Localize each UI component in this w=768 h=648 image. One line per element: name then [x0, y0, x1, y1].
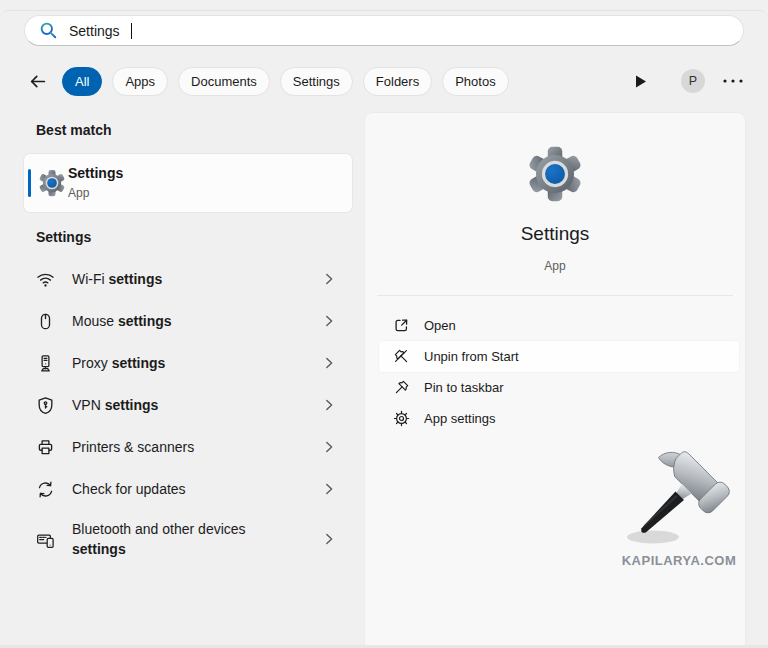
play-button[interactable]: [634, 74, 647, 89]
wifi-icon: [36, 270, 55, 289]
action-unpin-from-start[interactable]: Unpin from Start: [379, 341, 739, 372]
result-label: Check for updates: [72, 481, 186, 497]
best-match-title: Settings: [68, 165, 123, 181]
hammer-watermark-icon: [621, 449, 737, 553]
action-open[interactable]: Open: [379, 310, 739, 341]
chevron-right-icon: [322, 438, 336, 456]
result-label: Mouse: [72, 313, 118, 329]
filter-tab-apps[interactable]: Apps: [112, 67, 168, 96]
result-label: VPN: [72, 397, 105, 413]
preview-app-title: Settings: [365, 223, 745, 245]
settings-result-list: Wi-Fi settings Mouse settings: [24, 258, 352, 568]
preview-app-subtitle: App: [365, 259, 745, 273]
chevron-right-icon: [322, 312, 336, 330]
best-match-heading: Best match: [36, 122, 111, 138]
result-bluetooth-devices-settings[interactable]: Bluetooth and other devices settings: [24, 510, 352, 568]
action-app-settings[interactable]: App settings: [379, 403, 739, 434]
action-label: Open: [424, 318, 456, 333]
printer-icon: [36, 438, 55, 457]
vpn-shield-icon: [36, 396, 55, 415]
result-label-bold: settings: [109, 271, 163, 287]
result-label: Bluetooth and other devices: [72, 521, 246, 537]
avatar[interactable]: P: [681, 69, 705, 93]
result-label: Wi-Fi: [72, 271, 109, 287]
result-label-bold: settings: [118, 313, 172, 329]
action-label: App settings: [424, 411, 496, 426]
result-label-bold: settings: [112, 355, 166, 371]
chevron-right-icon: [322, 270, 336, 288]
result-check-for-updates[interactable]: Check for updates: [24, 468, 352, 510]
filter-tab-all[interactable]: All: [62, 67, 102, 96]
play-icon: [634, 74, 647, 89]
selection-accent-bar: [28, 169, 31, 197]
ellipsis-icon: [722, 78, 744, 84]
result-wifi-settings[interactable]: Wi-Fi settings: [24, 258, 352, 300]
result-mouse-settings[interactable]: Mouse settings: [24, 300, 352, 342]
chevron-right-icon: [322, 396, 336, 414]
update-sync-icon: [36, 480, 55, 499]
chevron-right-icon: [322, 480, 336, 498]
result-proxy-settings[interactable]: Proxy settings: [24, 342, 352, 384]
best-match-subtitle: App: [68, 186, 89, 200]
filter-bar: All Apps Documents Settings Folders Phot…: [24, 66, 744, 96]
settings-app-icon: [38, 169, 66, 197]
preview-panel: Settings App Open Unpin from Start: [365, 113, 745, 648]
filter-tab-photos[interactable]: Photos: [442, 67, 508, 96]
best-match-result[interactable]: Settings App: [24, 154, 352, 212]
more-options-button[interactable]: [722, 78, 744, 84]
result-label-bold: settings: [72, 541, 126, 557]
watermark-text: KAPILARYA.COM: [613, 553, 745, 568]
text-caret: [131, 23, 132, 39]
search-query-text: Settings: [69, 23, 120, 39]
unpin-icon: [393, 348, 410, 365]
result-label: Proxy: [72, 355, 112, 371]
pin-icon: [393, 379, 410, 396]
filter-tab-folders[interactable]: Folders: [363, 67, 432, 96]
search-window: Settings All Apps Documents Settings Fol…: [0, 0, 768, 648]
action-label: Pin to taskbar: [424, 380, 504, 395]
action-list: Open Unpin from Start Pin to taskbar: [379, 310, 739, 434]
search-input[interactable]: Settings: [24, 15, 744, 46]
filter-tab-settings[interactable]: Settings: [280, 67, 353, 96]
result-label-bold: settings: [105, 397, 159, 413]
chevron-right-icon: [322, 530, 336, 548]
open-external-icon: [393, 317, 410, 334]
settings-section-heading: Settings: [36, 229, 91, 245]
divider: [377, 295, 733, 296]
back-button[interactable]: [24, 68, 50, 94]
mouse-icon: [36, 312, 55, 331]
action-pin-to-taskbar[interactable]: Pin to taskbar: [379, 372, 739, 403]
back-arrow-icon: [28, 72, 47, 91]
action-label: Unpin from Start: [424, 349, 519, 364]
settings-app-icon-large: [526, 145, 584, 203]
watermark: KAPILARYA.COM: [613, 449, 745, 568]
filter-bar-right-controls: P: [634, 69, 744, 93]
app-settings-gear-icon: [393, 410, 410, 427]
filter-tab-documents[interactable]: Documents: [178, 67, 270, 96]
proxy-icon: [36, 354, 55, 373]
chevron-right-icon: [322, 354, 336, 372]
result-label: Printers & scanners: [72, 439, 194, 455]
result-printers-scanners[interactable]: Printers & scanners: [24, 426, 352, 468]
search-icon: [39, 21, 58, 40]
result-vpn-settings[interactable]: VPN settings: [24, 384, 352, 426]
bluetooth-devices-icon: [36, 530, 55, 549]
